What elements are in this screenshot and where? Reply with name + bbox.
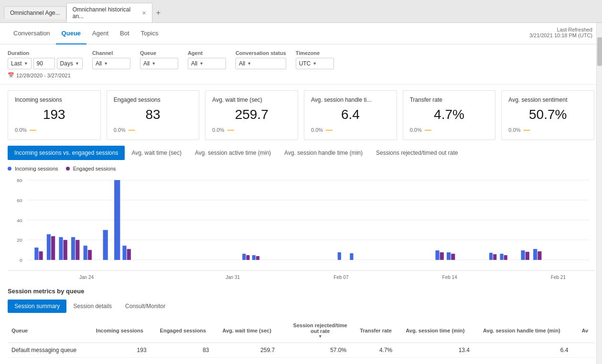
col-header-avg-handle: Avg. session handle time (min) bbox=[479, 319, 578, 343]
kpi-footer: 0.0% — bbox=[508, 126, 587, 134]
col-header-rejected: Session rejected/time out rate ▼ bbox=[284, 319, 356, 343]
chevron-down-icon: ▼ bbox=[151, 61, 156, 66]
nav-item-conversation[interactable]: Conversation bbox=[8, 23, 56, 44]
chart-tab-avg-active[interactable]: Avg. session active time (min) bbox=[188, 146, 278, 160]
cell-queue-name: Default messaging queue bbox=[8, 343, 92, 358]
filter-bar: Duration Last ▼ 90 Days ▼ C bbox=[0, 44, 602, 85]
svg-text:20: 20 bbox=[17, 237, 22, 243]
chart-area: Incoming sessions Engaged sessions 80 60… bbox=[0, 160, 602, 282]
main-app: Conversation Queue Agent Bot Topics Last… bbox=[0, 23, 602, 364]
bar-incoming bbox=[103, 230, 108, 260]
kpi-avg-session-handle: Avg. session handle ti... 6.4 0.0% — bbox=[304, 90, 397, 140]
agent-label: Agent bbox=[188, 50, 226, 56]
table-tab-session-details[interactable]: Session details bbox=[66, 300, 118, 313]
legend-engaged: Engaged sessions bbox=[66, 166, 116, 171]
filter-channel: Channel All ▼ bbox=[92, 50, 130, 69]
bar-incoming bbox=[338, 252, 341, 260]
svg-text:80: 80 bbox=[17, 178, 22, 183]
table-tab-consult-monitor[interactable]: Consult/Monitor bbox=[118, 300, 172, 313]
duration-value-input[interactable]: 90 bbox=[33, 58, 55, 69]
queue-select[interactable]: All ▼ bbox=[140, 58, 178, 69]
kpi-engaged-sessions: Engaged sessions 83 0.0% — bbox=[107, 90, 200, 140]
filter-conversation-status: Conversation status All ▼ bbox=[236, 50, 286, 69]
conv-status-select[interactable]: All ▼ bbox=[236, 58, 286, 69]
timezone-select[interactable]: UTC ▼ bbox=[296, 58, 334, 69]
kpi-title: Avg. session sentiment bbox=[508, 96, 587, 103]
nav-item-queue[interactable]: Queue bbox=[56, 23, 86, 44]
timezone-label: Timezone bbox=[296, 50, 334, 56]
bar-engaged bbox=[526, 252, 529, 260]
scrollbar-thumb[interactable] bbox=[597, 37, 602, 66]
bar-engaged bbox=[538, 251, 541, 260]
duration-label: Duration bbox=[8, 50, 83, 56]
queue-label: Queue bbox=[140, 50, 178, 56]
bar-incoming bbox=[435, 250, 439, 260]
filter-controls-row: Duration Last ▼ 90 Days ▼ C bbox=[8, 50, 594, 69]
bar-engaged bbox=[440, 252, 444, 260]
filter-duration: Duration Last ▼ 90 Days ▼ bbox=[8, 50, 83, 69]
chevron-down-icon: ▼ bbox=[24, 61, 28, 66]
legend-dot-purple bbox=[66, 167, 70, 171]
cell-avg-wait: 259.7 bbox=[219, 343, 285, 358]
filter-timezone: Timezone UTC ▼ bbox=[296, 50, 334, 69]
cell-incoming: 193 bbox=[92, 343, 156, 358]
kpi-footer: 0.0% — bbox=[410, 126, 489, 134]
chart-tab-avg-wait[interactable]: Avg. wait time (sec) bbox=[125, 146, 188, 160]
chart-tab-bar: Incoming sessions vs. engaged sessions A… bbox=[0, 146, 602, 160]
channel-select[interactable]: All ▼ bbox=[92, 58, 130, 69]
table-row: Default messaging queue 193 83 259.7 57.… bbox=[8, 343, 594, 358]
date-range-display: 📅 12/28/2020 - 3/27/2021 bbox=[8, 72, 594, 78]
bar-engaged bbox=[39, 251, 43, 260]
bar-incoming bbox=[533, 249, 537, 260]
kpi-value: 50.7% bbox=[508, 107, 587, 122]
x-label-feb14: Feb 14 bbox=[442, 275, 457, 280]
duration-unit-select[interactable]: Days ▼ bbox=[57, 58, 83, 69]
bar-engaged bbox=[256, 256, 259, 260]
chart-tab-incoming-vs-engaged[interactable]: Incoming sessions vs. engaged sessions bbox=[8, 146, 125, 160]
svg-text:0: 0 bbox=[20, 257, 22, 263]
nav-item-bot[interactable]: Bot bbox=[114, 23, 135, 44]
kpi-value: 6.4 bbox=[311, 107, 390, 122]
col-header-transfer: Transfer rate bbox=[356, 319, 402, 343]
close-tab-icon[interactable]: ✕ bbox=[142, 10, 146, 16]
bar-incoming bbox=[47, 234, 51, 260]
chart-tab-sessions-rejected[interactable]: Sessions rejected/timed out rate bbox=[369, 146, 464, 160]
tab-omnichannel-agent[interactable]: Omnichannel Age... bbox=[4, 6, 66, 19]
cell-engaged: 83 bbox=[156, 343, 219, 358]
calendar-icon: 📅 bbox=[8, 72, 14, 78]
kpi-value: 4.7% bbox=[410, 107, 489, 122]
x-label-feb07: Feb 07 bbox=[333, 275, 348, 280]
bar-incoming bbox=[350, 253, 353, 260]
bar-incoming bbox=[500, 254, 503, 260]
nav-item-topics[interactable]: Topics bbox=[135, 23, 164, 44]
kpi-footer: 0.0% — bbox=[114, 126, 193, 134]
legend-dot-blue bbox=[8, 167, 11, 171]
chart-tab-avg-handle[interactable]: Avg. session handle time (min) bbox=[278, 146, 369, 160]
bar-incoming bbox=[521, 250, 525, 260]
sort-arrow-icon[interactable]: ▼ bbox=[318, 334, 322, 339]
add-tab-button[interactable]: + bbox=[152, 7, 164, 19]
kpi-value: 83 bbox=[114, 107, 193, 122]
kpi-cards-section: Incoming sessions 193 0.0% — Engaged ses… bbox=[0, 85, 602, 146]
tab-omnichannel-historical[interactable]: Omnichannel historical an... ✕ bbox=[66, 3, 152, 22]
kpi-title: Engaged sessions bbox=[114, 96, 193, 103]
chevron-down-icon: ▼ bbox=[247, 61, 251, 66]
table-tab-session-summary[interactable]: Session summary bbox=[8, 300, 66, 313]
bar-engaged bbox=[451, 254, 455, 260]
kpi-footer: 0.0% — bbox=[212, 126, 291, 134]
legend-incoming: Incoming sessions bbox=[8, 166, 58, 171]
bar-engaged bbox=[64, 240, 67, 260]
chart-x-labels: Jan 24 Jan 31 Feb 07 Feb 14 Feb 21 bbox=[8, 273, 594, 282]
bar-engaged bbox=[88, 250, 92, 260]
bar-engaged bbox=[246, 255, 249, 260]
nav-item-agent[interactable]: Agent bbox=[86, 23, 114, 44]
agent-select[interactable]: All ▼ bbox=[188, 58, 226, 69]
bar-incoming bbox=[34, 247, 38, 260]
duration-preset-select[interactable]: Last ▼ bbox=[8, 58, 32, 69]
kpi-incoming-sessions: Incoming sessions 193 0.0% — bbox=[8, 90, 101, 140]
kpi-title: Avg. wait time (sec) bbox=[212, 96, 291, 103]
col-header-queue: Queue bbox=[8, 319, 92, 343]
vertical-scrollbar[interactable] bbox=[596, 23, 602, 364]
x-label-jan31: Jan 31 bbox=[226, 275, 240, 280]
kpi-avg-wait-time: Avg. wait time (sec) 259.7 0.0% — bbox=[205, 90, 298, 140]
